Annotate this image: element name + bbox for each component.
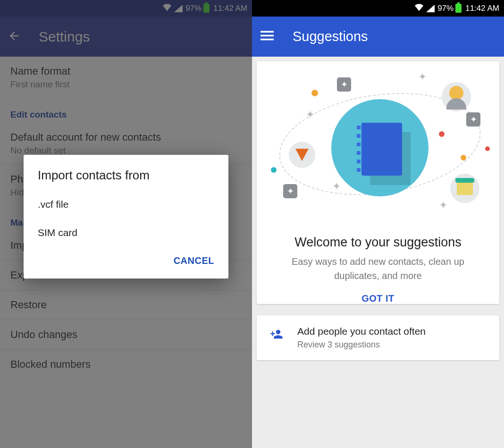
- store-icon: [450, 174, 479, 203]
- card-title: Add people you contact often: [297, 326, 426, 337]
- sparkle-badge-icon: ✦: [283, 184, 297, 198]
- settings-screen: 97% 11:42 AM Settings Name format First …: [0, 0, 252, 448]
- svg-rect-2: [260, 38, 274, 40]
- sparkle-icon: ✦: [332, 180, 341, 189]
- svg-rect-1: [260, 34, 274, 36]
- card-subtitle: Review 3 suggestions: [297, 340, 426, 350]
- got-it-button[interactable]: GOT IT: [361, 293, 395, 304]
- import-option-sim[interactable]: SIM card: [24, 219, 228, 247]
- avatar-icon: [442, 82, 471, 111]
- clock: 11:42 AM: [465, 4, 499, 13]
- welcome-card: ✦ ✦ ✦ ✦ ✦ ✦ ✦ Welcome to your suggestion…: [257, 61, 499, 304]
- battery-icon: [455, 4, 462, 13]
- sparkle-icon: ✦: [306, 109, 314, 117]
- battery-percent: 97%: [437, 4, 454, 13]
- suggestions-title: Suggestions: [293, 29, 368, 44]
- sparkle-badge-icon: ✦: [466, 112, 480, 127]
- suggestions-content: ✦ ✦ ✦ ✦ ✦ ✦ ✦ Welcome to your suggestion…: [252, 57, 504, 371]
- add-people-card[interactable]: Add people you contact often Review 3 su…: [257, 315, 499, 360]
- sparkle-icon: ✦: [418, 71, 427, 79]
- person-add-icon: [266, 326, 287, 341]
- welcome-illustration: ✦ ✦ ✦ ✦ ✦ ✦ ✦: [257, 61, 499, 222]
- suggestions-appbar: Suggestions: [252, 17, 504, 57]
- notebook-icon: [361, 123, 402, 176]
- signal-icon: [426, 5, 435, 12]
- fox-icon: [289, 142, 315, 168]
- wifi-icon: [414, 3, 424, 14]
- menu-button[interactable]: [260, 31, 274, 43]
- svg-rect-0: [260, 31, 274, 33]
- welcome-subtitle: Easy ways to add new contacts, clean up …: [257, 254, 499, 287]
- status-bar: 97% 11:42 AM: [252, 0, 504, 17]
- import-option-vcf[interactable]: .vcf file: [24, 190, 228, 219]
- welcome-title: Welcome to your suggestions: [257, 222, 499, 254]
- sparkle-icon: ✦: [439, 199, 447, 208]
- dialog-actions: CANCEL: [24, 247, 228, 279]
- import-dialog: Import contacts from .vcf file SIM card …: [24, 155, 228, 279]
- suggestions-screen: 97% 11:42 AM Suggestions ✦ ✦ ✦ ✦: [252, 0, 504, 448]
- dialog-title: Import contacts from: [24, 155, 228, 190]
- cancel-button[interactable]: CANCEL: [169, 252, 219, 270]
- sparkle-badge-icon: ✦: [337, 77, 351, 92]
